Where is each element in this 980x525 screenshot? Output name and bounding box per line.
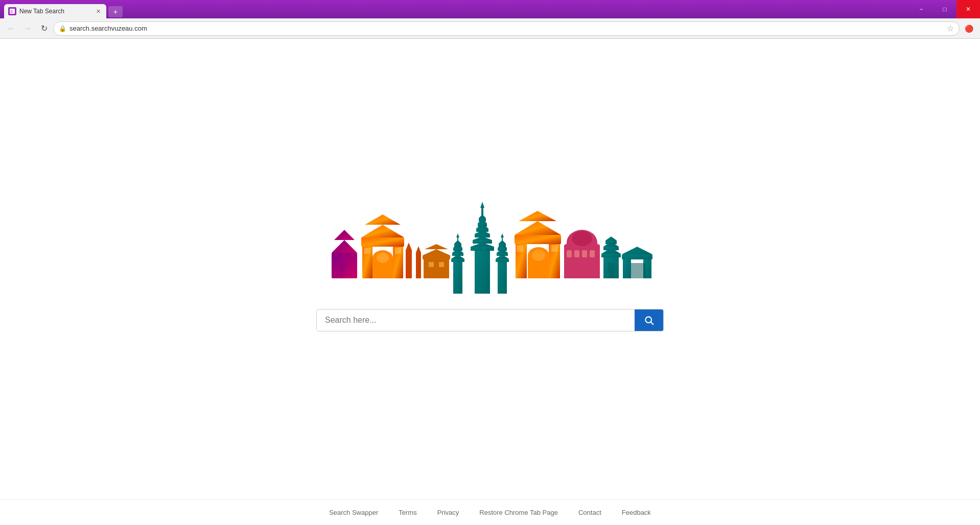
back-button[interactable]: ← <box>4 21 18 36</box>
extension-button[interactable]: 🔴 <box>962 21 976 36</box>
svg-point-64 <box>532 250 545 261</box>
svg-marker-17 <box>406 243 412 250</box>
svg-rect-84 <box>622 254 652 259</box>
svg-marker-90 <box>425 244 448 249</box>
maximize-button[interactable]: □ <box>933 0 956 18</box>
svg-rect-15 <box>395 248 401 254</box>
search-input[interactable] <box>317 309 635 331</box>
svg-rect-38 <box>452 253 463 256</box>
svg-rect-21 <box>471 247 494 251</box>
svg-point-69 <box>572 231 592 246</box>
svg-rect-66 <box>551 245 558 252</box>
tab-close-button[interactable]: ✕ <box>94 7 102 15</box>
active-tab[interactable]: S New Tab Search ✕ <box>4 4 106 18</box>
page-content: Search Swapper Terms Privacy Restore Chr… <box>0 39 980 525</box>
svg-marker-80 <box>605 236 617 241</box>
navigation-bar: ← → ↻ 🔒 ☆ 🔴 <box>0 18 980 39</box>
window-controls: − □ ✕ <box>909 0 980 18</box>
svg-rect-46 <box>498 260 507 294</box>
search-box-container <box>316 309 664 331</box>
title-bar: S New Tab Search ✕ + − □ ✕ <box>0 0 980 18</box>
search-button[interactable] <box>635 309 663 331</box>
footer-feedback[interactable]: Feedback <box>622 509 651 516</box>
lock-icon: 🔒 <box>59 25 66 32</box>
svg-rect-31 <box>479 218 486 222</box>
svg-text:S: S <box>10 9 13 14</box>
footer-search-swapper[interactable]: Search Swapper <box>329 509 378 516</box>
svg-rect-71 <box>574 250 579 257</box>
skyline-illustration <box>316 202 664 294</box>
tab-title: New Tab Search <box>19 8 91 15</box>
svg-rect-29 <box>478 223 487 227</box>
svg-rect-42 <box>454 244 461 247</box>
svg-rect-36 <box>451 259 464 262</box>
search-icon <box>644 315 654 325</box>
svg-marker-9 <box>361 225 404 237</box>
svg-rect-79 <box>605 241 617 244</box>
svg-rect-49 <box>497 253 508 256</box>
close-button[interactable]: ✕ <box>956 0 980 18</box>
tab-favicon: S <box>8 7 16 15</box>
svg-rect-92 <box>439 262 444 267</box>
svg-marker-60 <box>515 221 561 235</box>
svg-rect-5 <box>341 263 348 278</box>
svg-marker-10 <box>365 214 401 225</box>
svg-rect-82 <box>623 258 631 278</box>
footer-terms[interactable]: Terms <box>399 509 416 516</box>
svg-rect-55 <box>502 236 503 244</box>
svg-rect-88 <box>423 255 450 259</box>
address-bar[interactable]: 🔒 ☆ <box>53 21 960 36</box>
svg-rect-16 <box>406 250 412 278</box>
svg-rect-86 <box>631 263 645 278</box>
svg-rect-51 <box>498 248 507 251</box>
svg-rect-14 <box>364 248 370 254</box>
svg-rect-81 <box>608 263 614 278</box>
url-input[interactable] <box>69 25 944 32</box>
svg-marker-45 <box>456 233 459 237</box>
svg-rect-53 <box>499 244 506 247</box>
svg-rect-33 <box>481 207 483 218</box>
svg-rect-25 <box>475 234 490 237</box>
svg-marker-34 <box>480 202 484 208</box>
bookmark-icon[interactable]: ☆ <box>947 23 954 33</box>
svg-rect-59 <box>515 235 561 244</box>
footer-privacy[interactable]: Privacy <box>437 509 459 516</box>
svg-rect-40 <box>453 248 462 251</box>
minimize-button[interactable]: − <box>909 0 933 18</box>
svg-rect-27 <box>476 228 488 232</box>
svg-marker-4 <box>334 230 355 240</box>
svg-rect-75 <box>601 254 621 257</box>
skyline-svg <box>316 202 664 294</box>
svg-marker-61 <box>519 211 556 221</box>
footer-restore-chrome[interactable]: Restore Chrome Tab Page <box>479 509 558 516</box>
svg-rect-87 <box>424 258 449 278</box>
footer: Search Swapper Terms Privacy Restore Chr… <box>0 499 980 525</box>
svg-marker-85 <box>622 247 652 254</box>
forward-button[interactable]: → <box>20 21 35 36</box>
svg-rect-72 <box>582 250 587 257</box>
svg-rect-23 <box>473 240 492 244</box>
chrome-window: S New Tab Search ✕ + − □ ✕ ← <box>0 0 980 525</box>
svg-marker-3 <box>332 240 357 253</box>
svg-rect-70 <box>567 250 572 257</box>
tab-strip: S New Tab Search ✕ + <box>0 0 123 18</box>
svg-rect-44 <box>457 236 458 244</box>
svg-line-94 <box>651 322 654 325</box>
svg-rect-20 <box>475 248 490 294</box>
svg-rect-47 <box>496 259 509 262</box>
svg-rect-91 <box>429 262 434 267</box>
svg-rect-77 <box>603 247 619 250</box>
svg-point-13 <box>377 253 389 263</box>
svg-rect-35 <box>453 260 462 294</box>
refresh-button[interactable]: ↻ <box>37 21 51 36</box>
footer-contact[interactable]: Contact <box>578 509 601 516</box>
svg-marker-19 <box>416 246 421 253</box>
svg-rect-73 <box>590 250 595 257</box>
svg-rect-65 <box>517 245 523 252</box>
svg-marker-56 <box>501 233 504 237</box>
svg-rect-18 <box>416 253 421 278</box>
svg-marker-89 <box>423 249 450 255</box>
svg-rect-8 <box>361 237 404 247</box>
new-tab-button[interactable]: + <box>108 6 123 17</box>
